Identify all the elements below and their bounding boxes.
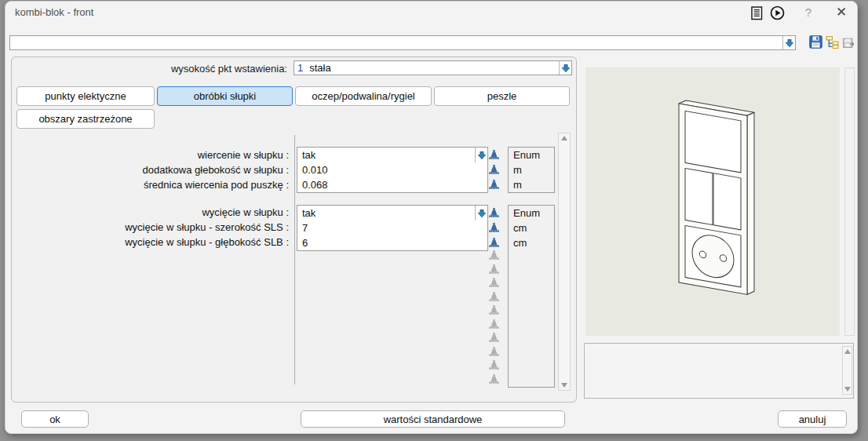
scroll-down-icon[interactable] bbox=[561, 383, 567, 388]
block-name-combobox[interactable] bbox=[9, 35, 796, 50]
tab-obszary-zastrzezone[interactable]: obszary zastrzeżone bbox=[16, 109, 155, 129]
unit-label: cm bbox=[509, 220, 554, 235]
tree-structure-icon[interactable] bbox=[826, 35, 839, 49]
empty-funnel-column bbox=[488, 250, 502, 385]
form-scrollbar[interactable] bbox=[558, 133, 571, 391]
field-label: wycięcie w słupku - szerokość SLS : bbox=[16, 220, 289, 235]
measure-icons-group1 bbox=[488, 147, 502, 191]
measure-icon-disabled bbox=[488, 291, 500, 302]
field-label: wiercenie w słupku : bbox=[16, 148, 289, 162]
standard-values-button[interactable]: wartości standardowe bbox=[301, 410, 565, 428]
dropdown-arrow-icon bbox=[561, 64, 571, 73]
label-value-divider bbox=[294, 135, 295, 385]
measure-icon-disabled bbox=[488, 319, 500, 330]
enum-dropdown-button[interactable] bbox=[475, 206, 487, 220]
insertion-height-combobox[interactable]: 1 stała bbox=[294, 60, 572, 75]
measure-icon-disabled bbox=[488, 374, 500, 385]
tab-obrobki-slupki[interactable]: obróbki słupki bbox=[157, 86, 293, 106]
help-button[interactable]: ? bbox=[802, 5, 815, 19]
kombi-block-drawing bbox=[585, 67, 840, 336]
unit-label: m bbox=[509, 177, 554, 192]
measure-icon-disabled bbox=[488, 277, 500, 288]
name-dropdown-button[interactable] bbox=[782, 36, 795, 49]
measure-icon-disabled bbox=[488, 332, 500, 343]
value-row[interactable]: 0.068 bbox=[297, 177, 487, 192]
field-values-group2: tak 7 6 bbox=[297, 205, 488, 251]
value-row[interactable]: 7 bbox=[297, 220, 487, 235]
measure-icon[interactable] bbox=[488, 149, 500, 160]
unit-label: m bbox=[509, 162, 554, 177]
close-button[interactable]: ✕ bbox=[833, 4, 849, 20]
measure-icon[interactable] bbox=[488, 207, 500, 218]
field-value: tak bbox=[302, 149, 475, 161]
tab-peszle[interactable]: peszle bbox=[434, 86, 570, 106]
field-label: wycięcie w słupku - głębokość SLB : bbox=[16, 235, 289, 250]
dropdown-arrow-icon bbox=[785, 38, 794, 48]
field-value: tak bbox=[302, 207, 475, 219]
value-row[interactable]: tak bbox=[297, 206, 487, 220]
value-row[interactable]: tak bbox=[297, 148, 487, 162]
measure-icon-disabled bbox=[488, 359, 500, 370]
measure-icon-disabled bbox=[488, 346, 500, 357]
units-group1: Enum m m bbox=[508, 147, 555, 193]
unit-label: Enum bbox=[509, 206, 554, 220]
window-title: kombi-blok - front bbox=[15, 6, 93, 18]
field-label: wycięcie w słupku : bbox=[16, 205, 289, 220]
field-values-group1: tak 0.010 0.068 bbox=[297, 147, 488, 193]
info-scrollbar[interactable] bbox=[842, 346, 852, 395]
insertion-index: 1 bbox=[294, 62, 309, 74]
field-label: dodatkowa głebokość w słupku : bbox=[16, 162, 289, 177]
switch-single bbox=[685, 111, 741, 173]
measure-icon-disabled bbox=[488, 250, 500, 261]
insertion-dropdown-button[interactable] bbox=[559, 61, 571, 75]
field-labels-group2: wycięcie w słupku : wycięcie w słupku - … bbox=[16, 205, 289, 250]
field-value: 6 bbox=[302, 237, 487, 249]
switch-double-left bbox=[685, 168, 713, 224]
dropdown-arrow-icon bbox=[477, 151, 487, 160]
value-row[interactable]: 6 bbox=[297, 235, 487, 250]
tab-punkty-elektyczne[interactable]: punkty elektyczne bbox=[16, 86, 155, 106]
tab-oczep-podwalina-rygiel[interactable]: oczep/podwalina/rygiel bbox=[295, 86, 432, 106]
measure-icon[interactable] bbox=[488, 237, 500, 248]
dropdown-arrow-icon bbox=[477, 209, 487, 218]
export-icon-disabled bbox=[842, 36, 855, 49]
block-name-input[interactable] bbox=[10, 37, 782, 49]
info-panel bbox=[584, 343, 854, 399]
field-labels-group1: wiercenie w słupku : dodatkowa głebokość… bbox=[16, 148, 289, 192]
measure-icon-disabled bbox=[488, 304, 500, 315]
measure-icon[interactable] bbox=[488, 222, 500, 233]
units-group2: Enum cm cm bbox=[508, 205, 555, 388]
save-icon[interactable] bbox=[809, 35, 822, 49]
value-row[interactable]: 0.010 bbox=[297, 162, 487, 177]
scroll-up-icon[interactable] bbox=[844, 349, 851, 354]
screen: kombi-blok - front ? ✕ wysokość pkt wsta… bbox=[0, 0, 868, 441]
insertion-value: stała bbox=[309, 62, 559, 74]
measure-icons-group2 bbox=[488, 205, 502, 250]
cancel-button[interactable]: anuluj bbox=[778, 410, 847, 428]
measure-icon[interactable] bbox=[488, 164, 500, 175]
field-value: 0.010 bbox=[302, 164, 487, 176]
unit-label: Enum bbox=[509, 148, 554, 162]
switch-double-right bbox=[713, 173, 741, 230]
scroll-up-icon[interactable] bbox=[561, 136, 567, 140]
enum-dropdown-button[interactable] bbox=[475, 148, 487, 162]
field-value: 7 bbox=[302, 222, 487, 234]
scroll-down-icon[interactable] bbox=[844, 387, 851, 392]
unit-label: cm bbox=[509, 235, 554, 250]
insertion-height-label: wysokość pkt wstawienia: bbox=[16, 63, 287, 77]
ok-button[interactable]: ok bbox=[21, 410, 89, 428]
field-value: 0.068 bbox=[302, 179, 487, 191]
preview-panel bbox=[585, 67, 840, 336]
field-label: średnica wiercenia pod puszkę : bbox=[16, 177, 289, 192]
preview-scrollbar[interactable] bbox=[844, 67, 855, 336]
notes-icon[interactable] bbox=[751, 6, 763, 20]
measure-icon[interactable] bbox=[488, 179, 500, 190]
play-icon[interactable] bbox=[770, 5, 785, 20]
measure-icon-disabled bbox=[488, 264, 500, 275]
